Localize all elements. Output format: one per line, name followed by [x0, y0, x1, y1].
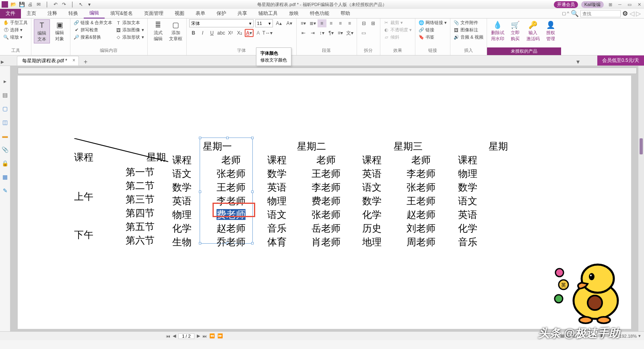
redo-icon[interactable]: ↷ [61, 1, 67, 8]
menu-view[interactable]: 视图 [169, 9, 190, 18]
font-color-button[interactable]: A▾ [245, 29, 254, 37]
bullets-icon[interactable]: ≡▾ [299, 19, 308, 27]
line-spacing-icon[interactable]: ↕▾ [318, 29, 326, 37]
align-justify-icon[interactable]: ≡ [345, 19, 354, 27]
promo-banner[interactable]: 会员低至0.5元/天 [597, 55, 644, 66]
sidebar-thumb-icon[interactable]: ▤ [2, 92, 8, 98]
underline-icon[interactable]: U [208, 29, 217, 37]
collapse-ribbon-icon[interactable]: ▢ ^ [562, 11, 569, 16]
opacity-button[interactable]: ◐不透明度 ▾ [383, 27, 413, 33]
highlight-color-icon[interactable]: A [254, 29, 263, 37]
menu-form[interactable]: 表单 [190, 9, 211, 18]
next-page-icon[interactable]: ▶ [197, 333, 200, 339]
minimize-icon[interactable]: ─ [617, 2, 623, 7]
outdent-icon[interactable]: ⇤ [299, 29, 308, 37]
print-icon[interactable]: 🖨 [27, 1, 33, 8]
buy-now-button[interactable]: 🛒立即 购买 [507, 19, 523, 43]
page[interactable]: 课程 星期 上午 下午 第一节第二节第三节 第四节第五节第六节 星期一 课程 语… [18, 76, 631, 329]
tab-close-icon[interactable]: × [72, 57, 75, 63]
split-h-icon[interactable]: ⊟ [359, 19, 368, 27]
char-spacing-icon[interactable]: T↔▾ [263, 29, 272, 37]
link-button[interactable]: 🔗链接 [418, 27, 448, 33]
right-scrollbar[interactable] [638, 66, 644, 331]
skew-button[interactable]: ▱倾斜 [383, 34, 413, 41]
grow-font-icon[interactable]: A▴ [275, 19, 283, 27]
edit-object-button[interactable]: ▣编辑 对象 [52, 19, 68, 43]
sidebar-bookmark-icon[interactable]: ▢ [2, 105, 8, 112]
spell-check[interactable]: ✔拼写检查 [73, 27, 113, 33]
flow-edit-button[interactable]: ≣流式 编辑 [150, 19, 166, 43]
add-image[interactable]: 🖼添加图像 ▾ [115, 27, 144, 33]
bold-icon[interactable]: B [189, 29, 198, 37]
menu-help[interactable]: 帮助 [335, 9, 356, 18]
activation-button[interactable]: 🔑输入 激活码 [525, 19, 541, 43]
nav-next-icon[interactable]: ▷ [636, 10, 641, 17]
select-tool[interactable]: Ⓣ选择 ▾ [2, 27, 29, 33]
menu-comment[interactable]: 注释 [42, 9, 63, 18]
close-icon[interactable]: ✕ [636, 2, 642, 7]
mail-icon[interactable]: ✉ [35, 1, 42, 8]
zoom-tool[interactable]: 🔍缩放 ▾ [2, 34, 29, 41]
superscript-icon[interactable]: X² [226, 29, 235, 37]
hand-icon[interactable]: ↖ [78, 1, 84, 8]
sidebar-fields-icon[interactable]: ▦ [2, 174, 8, 180]
menu-feature[interactable]: 特色功能 [304, 9, 335, 18]
first-page-icon[interactable]: ⏮ [166, 334, 170, 339]
merge-icon[interactable]: ▭ [359, 29, 368, 37]
menu-pages[interactable]: 页面管理 [138, 9, 169, 18]
shrink-font-icon[interactable]: A▾ [285, 19, 294, 27]
add-shape[interactable]: ◇添加形状 ▾ [115, 34, 144, 41]
split-v-icon[interactable]: ⊞ [369, 19, 378, 27]
menu-home[interactable]: 主页 [21, 9, 42, 18]
add-text[interactable]: T添加文本 [115, 19, 144, 26]
mon-teacher-col[interactable]: 老师 张老师王老师李老师 费老师 赵老师乔老师 [214, 153, 248, 249]
canvas[interactable]: 课程 星期 上午 下午 第一节第二节第三节 第四节第五节第六节 星期一 课程 语… [10, 66, 638, 331]
save-icon[interactable]: 💾 [19, 1, 25, 8]
bookmark-button[interactable]: 🔖书签 [418, 34, 448, 41]
edit-text-button[interactable]: T编辑 文本 [34, 19, 50, 43]
sidebar-sign-icon[interactable]: ✎ [3, 187, 8, 194]
undo-icon[interactable]: ↶ [52, 1, 59, 8]
italic-icon[interactable]: I [198, 29, 207, 37]
menu-convert[interactable]: 转换 [63, 9, 84, 18]
hand-tool[interactable]: ✋手型工具 [2, 19, 29, 26]
last-page-icon[interactable]: ⏭ [202, 334, 207, 339]
align-dist-icon[interactable]: ≡▾ [336, 29, 345, 37]
menu-share[interactable]: 共享 [232, 9, 253, 18]
license-mgmt-button[interactable]: 👤授权 管理 [543, 19, 559, 43]
search-replace[interactable]: 🔎搜索&替换 [73, 34, 113, 41]
sidebar-layers-icon[interactable]: ◫ [2, 119, 8, 125]
add-article-button[interactable]: ▢添加 文章框 [168, 19, 184, 43]
numbers-icon[interactable]: ≣▾ [308, 19, 317, 27]
menu-edit[interactable]: 编辑 [84, 9, 105, 18]
maximize-icon[interactable]: ▭ [626, 2, 633, 7]
remove-watermark-button[interactable]: 💧删除试 用水印 [489, 19, 506, 43]
qat-dd-icon[interactable]: ▾ [86, 1, 93, 8]
tab-dd-icon[interactable]: ▾ [576, 58, 580, 66]
nav-prev-icon[interactable]: ◁ [630, 10, 634, 17]
subscript-icon[interactable]: X₂ [235, 29, 244, 37]
nav-fwd-icon[interactable]: ⏩ [217, 333, 223, 339]
grid-icon[interactable]: ⊞ [607, 2, 613, 7]
weblink-button[interactable]: 🌐网络链接 ▾ [418, 19, 448, 26]
search-input[interactable] [580, 10, 621, 17]
new-tab-button[interactable]: + [84, 58, 87, 66]
tab-expand-icon[interactable]: ▸ [0, 58, 5, 66]
indent-icon[interactable]: ⇥ [308, 29, 317, 37]
text-direction-icon[interactable]: 文▾ [345, 29, 354, 37]
vip-button[interactable]: 开通会员 [554, 1, 578, 8]
search-settings-icon[interactable]: ⚙ [622, 10, 628, 17]
align-left-icon[interactable]: ≡ [318, 19, 326, 27]
sidebar-attach-icon[interactable]: 📎 [2, 146, 8, 153]
page-input[interactable] [178, 333, 194, 339]
sidebar-pages-icon[interactable]: ▸ [4, 78, 6, 84]
image-annot-button[interactable]: 🖼图像标注 [453, 27, 484, 33]
prev-page-icon[interactable]: ◀ [173, 333, 176, 339]
nav-back-icon[interactable]: ⏪ [209, 333, 215, 339]
av-button[interactable]: 🔊音频 & 视频 [453, 34, 484, 41]
link-merge-text[interactable]: 🔗链接 & 合并文本 [73, 19, 113, 26]
strike-icon[interactable]: abc [217, 29, 226, 37]
file-tab[interactable]: 文件 [0, 9, 21, 18]
para-spacing-icon[interactable]: ¶▾ [327, 29, 336, 37]
zoom-dd-icon[interactable]: ▾ [638, 333, 641, 339]
